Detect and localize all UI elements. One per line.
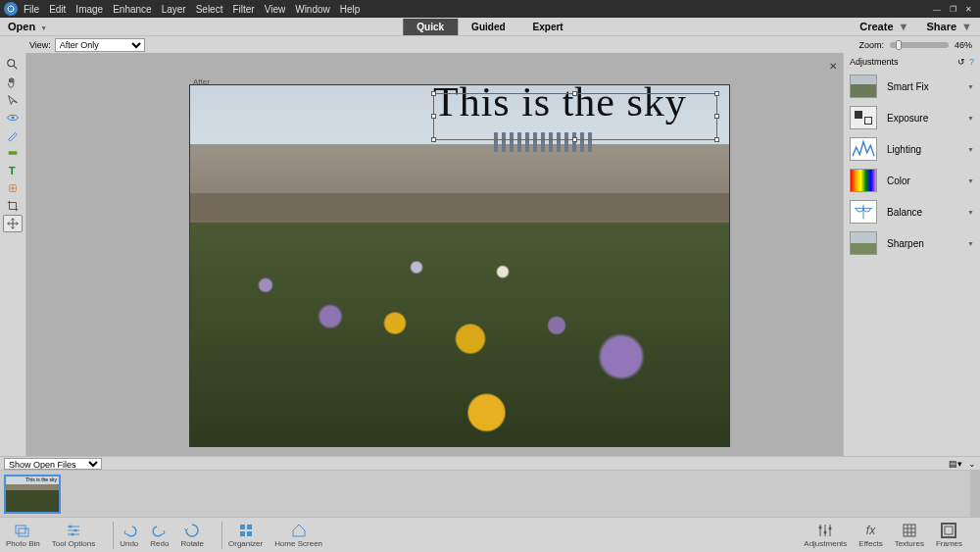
svg-rect-30 xyxy=(904,525,915,536)
text-tool-icon[interactable]: T xyxy=(3,162,23,179)
share-button[interactable]: Share ▼ xyxy=(926,21,972,32)
tooloptions-button[interactable]: Tool Options xyxy=(52,522,95,548)
svg-point-29 xyxy=(829,527,832,530)
canvas-area: ✕ After This is the sky xyxy=(26,53,843,456)
thumb-scrollbar[interactable] xyxy=(970,471,980,517)
zoom-slider[interactable] xyxy=(890,42,949,48)
mode-toolbar: Open ▼ Quick Guided Expert Create ▼ Shar… xyxy=(0,18,980,35)
organizer-icon xyxy=(237,522,255,539)
menu-view[interactable]: View xyxy=(265,4,286,15)
canvas-image[interactable]: This is the sky xyxy=(189,84,730,447)
svg-rect-36 xyxy=(945,527,953,534)
adj-color[interactable]: Color▼ xyxy=(844,165,980,196)
exposure-icon xyxy=(850,106,877,129)
brush-tool-icon[interactable] xyxy=(3,126,23,144)
photobin-button[interactable]: Photo Bin xyxy=(6,522,40,548)
rotate-icon xyxy=(183,522,201,539)
svg-point-1 xyxy=(8,60,15,67)
close-panel-icon[interactable]: ✕ xyxy=(829,61,837,72)
frames-button[interactable]: Frames xyxy=(936,522,962,548)
menu-select[interactable]: Select xyxy=(196,4,223,15)
effects-button[interactable]: fx Effects xyxy=(858,522,882,548)
adjustments-icon xyxy=(816,522,834,539)
adj-smartfix[interactable]: Smart Fix▼ xyxy=(844,71,980,102)
tooloptions-icon xyxy=(65,522,82,539)
svg-point-19 xyxy=(71,533,74,536)
files-bar: Show Open Files ▤▾ ⌄ xyxy=(0,456,980,470)
redo-button[interactable]: Redo xyxy=(150,522,169,548)
menu-layer[interactable]: Layer xyxy=(162,4,186,15)
organizer-button[interactable]: Organizer xyxy=(228,522,263,548)
rotate-button[interactable]: Rotate xyxy=(180,522,204,548)
smartfix-icon xyxy=(850,75,877,98)
undo-button[interactable]: Undo xyxy=(120,522,138,548)
thumbnail-bin: This is the sky xyxy=(0,470,980,517)
svg-point-18 xyxy=(74,529,76,532)
mode-quick[interactable]: Quick xyxy=(403,19,458,35)
svg-rect-21 xyxy=(247,525,252,529)
move-tool-icon[interactable] xyxy=(3,215,23,232)
maximize-icon[interactable]: ❐ xyxy=(945,2,960,16)
hand-tool-icon[interactable] xyxy=(3,74,23,91)
menu-image[interactable]: Image xyxy=(75,4,103,15)
zoom-tool-icon[interactable] xyxy=(3,56,23,74)
crop-guide-icon[interactable] xyxy=(3,144,23,162)
selection-tool-icon[interactable] xyxy=(3,91,23,109)
app-logo-icon xyxy=(4,2,18,16)
layout-icon[interactable]: ▤▾ xyxy=(949,459,962,469)
photobin-icon xyxy=(14,522,31,539)
menu-enhance[interactable]: Enhance xyxy=(113,4,151,15)
create-button[interactable]: Create ▼ xyxy=(859,21,908,32)
help-icon[interactable]: ? xyxy=(969,57,974,67)
adj-lighting[interactable]: Lighting▼ xyxy=(844,133,980,165)
view-select[interactable]: After Only xyxy=(55,38,145,52)
bottom-adjustments-button[interactable]: Adjustments xyxy=(804,522,847,548)
svg-rect-12 xyxy=(16,526,25,533)
adj-balance[interactable]: Balance▼ xyxy=(844,196,980,227)
thumbnail-1[interactable]: This is the sky xyxy=(4,475,61,514)
menu-filter[interactable]: Filter xyxy=(232,4,254,15)
reset-icon[interactable]: ↺ xyxy=(957,57,965,67)
zoom-value: 46% xyxy=(955,40,972,50)
collapse-icon[interactable]: ⌄ xyxy=(968,459,976,469)
menu-file[interactable]: File xyxy=(24,4,39,15)
minimize-icon[interactable]: — xyxy=(929,2,945,16)
svg-point-17 xyxy=(69,526,72,528)
textures-icon xyxy=(901,522,918,539)
mode-guided[interactable]: Guided xyxy=(458,19,518,35)
close-icon[interactable]: ✕ xyxy=(960,2,976,16)
heal-tool-icon[interactable] xyxy=(3,179,23,197)
frames-icon xyxy=(940,522,957,539)
window-controls: — ❐ ✕ xyxy=(929,2,976,16)
eye-tool-icon[interactable] xyxy=(3,109,23,126)
color-icon xyxy=(850,169,877,192)
svg-rect-20 xyxy=(240,525,245,529)
sharpen-icon xyxy=(850,231,877,255)
mode-expert[interactable]: Expert xyxy=(519,19,577,35)
home-button[interactable]: Home Screen xyxy=(274,522,322,548)
view-zoom-bar: View: After Only Zoom: 46% xyxy=(0,35,980,53)
text-selection-box[interactable] xyxy=(433,93,717,140)
adj-exposure[interactable]: Exposure▼ xyxy=(844,102,980,133)
balance-icon xyxy=(850,200,877,224)
tool-column: T xyxy=(0,53,26,456)
lighting-icon xyxy=(850,137,877,161)
menu-window[interactable]: Window xyxy=(295,4,330,15)
menu-edit[interactable]: Edit xyxy=(49,4,66,15)
showfiles-select[interactable]: Show Open Files xyxy=(4,458,102,470)
adj-sharpen[interactable]: Sharpen▼ xyxy=(844,227,980,259)
menu-help[interactable]: Help xyxy=(340,4,361,15)
zoom-label: Zoom: xyxy=(858,40,884,50)
svg-rect-35 xyxy=(942,524,956,537)
open-button[interactable]: Open ▼ xyxy=(8,21,47,32)
svg-rect-5 xyxy=(9,151,18,155)
svg-text:T: T xyxy=(9,165,16,176)
svg-rect-22 xyxy=(240,531,245,536)
bottom-bar: Photo Bin Tool Options Undo Redo Rotate … xyxy=(0,517,980,552)
main-area: T ✕ After This is the sky Adjustments ↺ … xyxy=(0,53,980,456)
textures-button[interactable]: Textures xyxy=(895,522,924,548)
crop-tool-icon[interactable] xyxy=(3,197,23,215)
svg-point-0 xyxy=(8,6,14,12)
svg-line-2 xyxy=(14,66,18,70)
svg-rect-23 xyxy=(247,531,252,536)
